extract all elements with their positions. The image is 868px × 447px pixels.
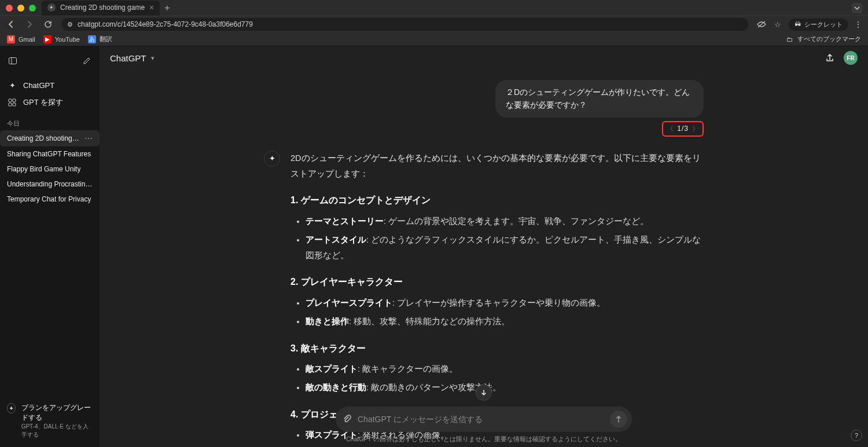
assistant-bullet: テーマとストーリー: ゲームの背景や設定を考えます。宇宙、戦争、ファンタジーなど… (306, 214, 704, 229)
incognito-eye-icon[interactable] (756, 19, 767, 30)
sidebar-item-chatgpt[interactable]: ✦ ChatGPT (0, 76, 100, 94)
sidebar: ✦ ChatGPT GPT を探す 今日 Creating 2D shootin… (0, 46, 100, 447)
incognito-icon: 🕶 (795, 21, 801, 28)
assistant-bullet-term: 敵の動きと行動 (306, 383, 366, 392)
history-item[interactable]: Understanding Procrastination: C (0, 177, 100, 192)
nav-back-button[interactable] (6, 19, 16, 30)
app-root: ✦ ChatGPT GPT を探す 今日 Creating 2D shootin… (0, 46, 868, 447)
window-close[interactable] (6, 5, 13, 12)
history-item[interactable]: Flappy Bird Game Unity (0, 162, 100, 177)
sidebar-section-today: 今日 (0, 111, 100, 130)
tab-title: Creating 2D shooting game (60, 3, 145, 12)
assistant-bullet-term: プレイヤースプライト (306, 298, 392, 307)
browser-tab-active[interactable]: ✦ Creating 2D shooting game × (42, 1, 160, 16)
assistant-section-heading: 2. プレイヤーキャラクター (290, 273, 704, 291)
assistant-bullet-desc: : ゲームの背景や設定を考えます。宇宙、戦争、ファンタジーなど。 (384, 217, 649, 226)
history-item-label: Sharing ChatGPT Features (7, 150, 91, 158)
translate-icon: あ (88, 35, 96, 43)
tab-favicon: ✦ (47, 3, 56, 12)
new-chat-button[interactable] (81, 55, 93, 67)
assistant-message-body: 2Dのシューティングゲームを作るためには、いくつかの基本的な要素が必要です。以下… (290, 151, 704, 447)
main-panel: ChatGPT ▾ FR ２Dのシューティングゲームが作りたいです。どんな要素が… (100, 46, 868, 447)
upgrade-plan-button[interactable]: ✦ プランをアップグレードする GPT-4、DALL·E などを入手する (0, 397, 100, 447)
svg-rect-6 (13, 103, 16, 106)
history-item[interactable]: Sharing ChatGPT Features (0, 146, 100, 162)
chevron-down-icon: ▾ (151, 54, 155, 62)
chevron-down-icon (854, 5, 860, 11)
window-minimize[interactable] (17, 5, 24, 12)
chatgpt-logo-icon: ✦ (7, 80, 17, 90)
assistant-section-list: テーマとストーリー: ゲームの背景や設定を考えます。宇宙、戦争、ファンタジーなど… (290, 214, 704, 263)
help-button[interactable]: ? (851, 430, 862, 441)
user-message-text: ２Dのシューティングゲームが作りたいです。どんな要素が必要ですか？ (506, 87, 690, 109)
user-avatar[interactable]: FR (844, 51, 858, 65)
window-menu-button[interactable] (852, 3, 862, 13)
all-bookmarks-button[interactable]: 🗀 すべてのブックマーク (786, 35, 861, 43)
avatar-initials: FR (847, 55, 854, 61)
sidebar-item-label: ChatGPT (23, 81, 54, 90)
tab-close-icon[interactable]: × (149, 3, 154, 12)
history-item[interactable]: Creating 2D shooting game⋯ (0, 130, 100, 146)
composer-area: ChatGPT の回答は必ずしも正しいとは限りません。重要な情報は確認するように… (100, 406, 868, 447)
assistant-section-list: 敵スプライト: 敵キャラクターの画像。敵の動きと行動: 敵の動きのパターンや攻撃… (290, 361, 704, 395)
history-item[interactable]: Temporary Chat for Privacy (0, 192, 100, 207)
history-item-menu-icon[interactable]: ⋯ (81, 134, 93, 143)
sidebar-item-label: GPT を探す (23, 97, 63, 108)
bookmark-label: すべてのブックマーク (797, 35, 861, 43)
history-list: Creating 2D shooting game⋯Sharing ChatGP… (0, 130, 100, 207)
bookmark-label: Gmail (19, 36, 35, 43)
assistant-bullet-term: 動きと操作 (306, 317, 349, 326)
assistant-bullet-term: アートスタイル (306, 235, 366, 244)
assistant-bullet: プレイヤースプライト: プレイヤーが操作するキャラクターや乗り物の画像。 (306, 295, 704, 311)
youtube-icon: ▶ (43, 35, 52, 43)
nav-forward-button[interactable] (24, 19, 35, 30)
assistant-section-heading: 1. ゲームのコンセプトとデザイン (290, 192, 704, 209)
send-button[interactable] (610, 411, 627, 428)
assistant-avatar: ✦ (264, 151, 280, 167)
assistant-bullet-desc: : 移動、攻撃、特殊能力などの操作方法。 (349, 317, 510, 326)
bookmark-youtube[interactable]: ▶ YouTube (43, 35, 80, 43)
browser-tabstrip: ✦ Creating 2D shooting game × + (42, 0, 175, 16)
svg-rect-5 (9, 103, 12, 106)
composer-input[interactable] (358, 415, 604, 424)
assistant-bullet: アートスタイル: どのようなグラフィックスタイルにするか。ピクセルアート、手描き… (306, 232, 704, 263)
grid-icon (7, 97, 17, 108)
pager-count: 1/3 (677, 124, 689, 133)
conversation-area: ２Dのシューティングゲームが作りたいです。どんな要素が必要ですか？ 〈 1/3 … (100, 69, 868, 447)
collapse-sidebar-button[interactable] (7, 55, 19, 67)
pager-next-button[interactable]: 〉 (692, 124, 699, 134)
assistant-bullet-term: テーマとストーリー (306, 217, 384, 226)
share-button[interactable] (825, 53, 834, 63)
site-settings-icon[interactable]: ⚙ (67, 21, 73, 28)
user-message-row: ２Dのシューティングゲームが作りたいです。どんな要素が必要ですか？ (264, 80, 704, 118)
assistant-bullet-desc: : 敵キャラクターの画像。 (358, 364, 458, 373)
bookmarks-bar: M Gmail ▶ YouTube あ 翻訳 🗀 すべてのブックマーク (0, 32, 868, 46)
attach-button[interactable] (343, 415, 352, 424)
browser-menu-button[interactable]: ⋮ (854, 20, 862, 29)
scroll-to-bottom-button[interactable] (476, 384, 492, 401)
nav-reload-button[interactable] (43, 19, 53, 30)
assistant-message-row: ✦ 2Dのシューティングゲームを作るためには、いくつかの基本的な要素が必要です。… (264, 151, 704, 447)
new-tab-button[interactable]: + (160, 3, 174, 13)
browser-toolbar: ⚙ chatgpt.com/c/14524e89-2c75-4072-9c48-… (0, 16, 868, 32)
svg-rect-1 (9, 58, 17, 64)
window-titlebar: ✦ Creating 2D shooting game × + (0, 0, 868, 16)
history-item-label: Creating 2D shooting game (7, 134, 81, 142)
bookmark-label: YouTube (55, 36, 80, 43)
sidebar-item-explore-gpt[interactable]: GPT を探す (0, 94, 100, 111)
assistant-bullet: 敵スプライト: 敵キャラクターの画像。 (306, 361, 704, 377)
user-message-bubble: ２Dのシューティングゲームが作りたいです。どんな要素が必要ですか？ (495, 80, 704, 118)
gmail-icon: M (7, 35, 15, 43)
window-maximize[interactable] (29, 5, 36, 12)
url-text: chatgpt.com/c/14524e89-2c75-4072-9c48-0a… (78, 20, 253, 28)
bookmark-translate[interactable]: あ 翻訳 (88, 35, 112, 43)
folder-icon: 🗀 (786, 36, 793, 43)
history-item-label: Understanding Procrastination: C (7, 180, 93, 188)
model-selector[interactable]: ChatGPT (110, 53, 146, 63)
url-bar[interactable]: ⚙ chatgpt.com/c/14524e89-2c75-4072-9c48-… (61, 18, 748, 31)
incognito-badge: 🕶 シークレット (789, 19, 848, 31)
bookmark-gmail[interactable]: M Gmail (7, 35, 35, 43)
bookmark-star-icon[interactable]: ☆ (773, 19, 783, 30)
pager-prev-button[interactable]: 〈 (667, 124, 674, 134)
main-header: ChatGPT ▾ FR (100, 46, 868, 69)
